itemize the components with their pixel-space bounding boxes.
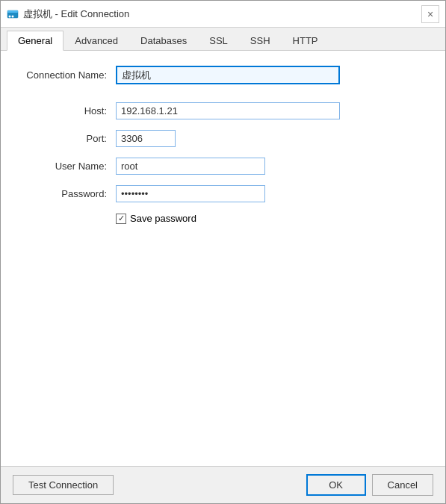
tab-advanced[interactable]: Advanced (64, 31, 129, 51)
save-password-label: Save password (130, 213, 196, 224)
password-label: Password: (19, 188, 116, 199)
edit-connection-window: 虚拟机 - Edit Connection × General Advanced… (0, 0, 446, 504)
connection-name-label: Connection Name: (19, 69, 116, 81)
window-icon (7, 8, 19, 20)
svg-rect-1 (7, 10, 18, 13)
connection-name-input[interactable] (116, 66, 340, 84)
footer-right-buttons: OK Cancel (306, 474, 433, 496)
svg-point-3 (12, 15, 14, 17)
port-label: Port: (19, 133, 116, 144)
test-connection-button[interactable]: Test Connection (13, 475, 114, 495)
host-label: Host: (19, 105, 116, 116)
window-title: 虚拟机 - Edit Connection (23, 7, 129, 21)
save-password-row: ✓ Save password (116, 213, 427, 224)
host-input[interactable] (116, 102, 340, 119)
password-input[interactable] (116, 185, 265, 202)
username-input[interactable] (116, 158, 265, 175)
title-bar: 虚拟机 - Edit Connection × (1, 1, 445, 28)
password-group: Password: (19, 185, 427, 202)
close-button[interactable]: × (421, 5, 439, 23)
port-group: Port: (19, 130, 427, 147)
host-group: Host: (19, 102, 427, 119)
tab-ssh[interactable]: SSH (239, 31, 282, 51)
port-input[interactable] (116, 130, 176, 147)
save-password-checkbox-label[interactable]: ✓ Save password (116, 213, 196, 224)
tab-general[interactable]: General (7, 31, 64, 51)
title-bar-left: 虚拟机 - Edit Connection (7, 7, 129, 21)
tab-databases[interactable]: Databases (129, 31, 198, 51)
save-password-checkbox[interactable]: ✓ (116, 214, 126, 224)
svg-point-2 (9, 15, 11, 17)
cancel-button[interactable]: Cancel (372, 474, 433, 496)
connection-name-group: Connection Name: (19, 66, 427, 84)
tab-ssl[interactable]: SSL (198, 31, 239, 51)
tab-bar: General Advanced Databases SSL SSH HTTP (1, 28, 445, 51)
username-label: User Name: (19, 161, 116, 172)
form-content: Connection Name: Host: Port: User Name: … (1, 51, 445, 466)
username-group: User Name: (19, 158, 427, 175)
ok-button[interactable]: OK (306, 474, 366, 496)
footer: Test Connection OK Cancel (1, 466, 445, 503)
tab-http[interactable]: HTTP (282, 31, 329, 51)
